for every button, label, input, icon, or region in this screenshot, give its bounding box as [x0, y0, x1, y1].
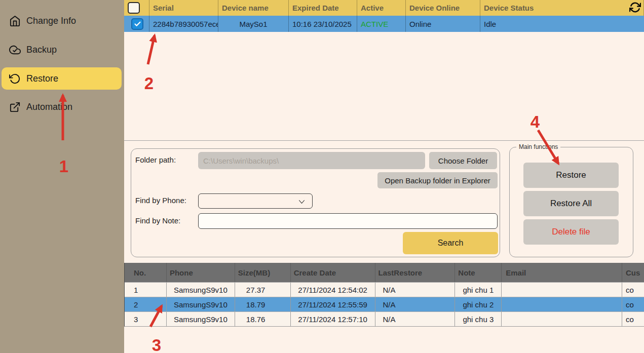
row-checkbox-cell — [124, 16, 149, 32]
backup-row-1[interactable]: 1 SamsungS9v10 27.37 27/11/2024 12:54:02… — [125, 282, 644, 297]
main-functions-label: Main functions — [516, 143, 560, 150]
backup-cus: co — [622, 283, 644, 297]
column-header-expired-date[interactable]: Expired Date — [289, 0, 357, 16]
backup-table-header: No. Phone Size(MB) Create Date LastResto… — [125, 263, 644, 282]
backup-phone: SamsungS9v10 — [167, 312, 235, 326]
backup-row-2-selected[interactable]: 2 SamsungS9v10 18.79 27/11/2024 12:55:59… — [125, 297, 644, 311]
backup-create-date: 27/11/2024 12:57:10 — [291, 312, 375, 326]
backup-size: 27.37 — [235, 283, 291, 297]
backup-note: ghi chu 3 — [455, 312, 502, 326]
backup-phone: SamsungS9v10 — [167, 297, 235, 311]
column-header-email[interactable]: Email — [502, 263, 622, 282]
backup-last-restore: N/A — [375, 297, 456, 311]
sidebar-item-restore[interactable]: Restore — [2, 67, 122, 90]
backup-cus: co — [622, 297, 644, 311]
device-expired-date: 10:16 23/10/2025 — [289, 16, 357, 32]
backup-email — [502, 312, 622, 326]
column-header-active[interactable]: Active — [357, 0, 406, 16]
column-header-note[interactable]: Note — [455, 263, 502, 282]
find-by-note-label: Find by Note: — [135, 216, 180, 225]
external-link-icon — [9, 101, 21, 113]
annotation-label-3: 3 — [152, 336, 161, 353]
column-header-create-date[interactable]: Create Date — [291, 263, 375, 282]
search-panel: Folder path: Choose Folder Open Backup f… — [131, 148, 500, 257]
device-table-header: Serial Device name Expired Date Active D… — [124, 0, 644, 16]
select-all-checkbox[interactable] — [128, 2, 140, 14]
sidebar-item-change-info[interactable]: Change Info — [2, 10, 122, 32]
backup-size: 18.79 — [235, 297, 291, 311]
search-button[interactable]: Search — [403, 232, 498, 254]
backup-size: 18.76 — [235, 312, 291, 326]
find-by-phone-label: Find by Phone: — [135, 196, 186, 205]
choose-folder-button[interactable]: Choose Folder — [429, 152, 497, 169]
backup-last-restore: N/A — [375, 312, 456, 326]
sidebar-item-backup[interactable]: Backup — [2, 38, 122, 61]
restore-history-icon — [9, 73, 21, 85]
refresh-icon[interactable] — [629, 2, 641, 14]
backup-email — [502, 283, 622, 297]
arrow-2 — [148, 35, 155, 64]
backup-phone: SamsungS9v10 — [167, 283, 235, 297]
backup-create-date: 27/11/2024 12:54:02 — [291, 283, 375, 297]
row-checkbox-checked[interactable] — [131, 18, 143, 30]
restore-all-button[interactable]: Restore All — [523, 191, 619, 216]
annotation-label-2: 2 — [144, 74, 154, 93]
device-status: Idle — [480, 16, 644, 32]
sidebar-item-label: Change Info — [26, 16, 76, 26]
sidebar-item-label: Backup — [26, 45, 57, 55]
select-all-cell — [124, 0, 149, 16]
folder-path-label: Folder path: — [135, 155, 176, 164]
sidebar-item-label: Automation — [26, 102, 72, 112]
backup-note: ghi chu 2 — [455, 297, 502, 311]
backup-no: 2 — [125, 297, 167, 311]
backup-no: 1 — [125, 283, 167, 297]
backup-cus: co — [622, 312, 644, 326]
device-active-status: ACTIVE — [357, 16, 406, 32]
backup-table: No. Phone Size(MB) Create Date LastResto… — [124, 263, 644, 327]
column-header-serial[interactable]: Serial — [149, 0, 218, 16]
cloud-check-icon — [9, 44, 21, 56]
sidebar-item-label: Restore — [26, 73, 58, 84]
column-header-phone[interactable]: Phone — [167, 263, 235, 282]
main-functions-group: Main functions Restore Restore All Delet… — [509, 147, 633, 257]
annotation-label-4: 4 — [531, 112, 540, 132]
backup-no: 3 — [125, 312, 167, 326]
column-header-size[interactable]: Size(MB) — [235, 263, 291, 282]
backup-create-date: 27/11/2024 12:55:59 — [291, 297, 375, 311]
home-icon — [9, 15, 21, 27]
sidebar-item-automation[interactable]: Automation — [2, 96, 122, 118]
chevron-down-icon — [297, 198, 306, 206]
find-by-note-input[interactable] — [198, 213, 498, 229]
backup-note: ghi chu 1 — [455, 283, 502, 297]
column-header-device-name[interactable]: Device name — [218, 0, 289, 16]
delete-file-button[interactable]: Delete file — [523, 219, 619, 245]
device-serial: 2284b78930057ece — [149, 16, 218, 32]
column-header-no[interactable]: No. — [125, 263, 167, 282]
device-name: MaySo1 — [218, 16, 289, 32]
column-header-last-restore[interactable]: LastRestore — [375, 263, 456, 282]
open-backup-folder-button[interactable]: Open Backup folder in Explorer — [377, 172, 498, 188]
column-header-device-status[interactable]: Device Status — [480, 0, 644, 16]
column-header-device-online[interactable]: Device Online — [406, 0, 480, 16]
column-header-cus[interactable]: Cus — [622, 263, 644, 282]
backup-email — [502, 297, 622, 311]
restore-button[interactable]: Restore — [523, 163, 619, 188]
backup-row-3[interactable]: 3 SamsungS9v10 18.76 27/11/2024 12:57:10… — [125, 311, 644, 326]
folder-path-input[interactable] — [198, 152, 425, 169]
separator-line — [124, 140, 644, 141]
device-table: Serial Device name Expired Date Active D… — [124, 0, 644, 32]
device-online-status: Online — [406, 16, 480, 32]
backup-last-restore: N/A — [375, 283, 456, 297]
find-by-phone-select[interactable] — [198, 193, 313, 209]
sidebar: Change Info Backup Restore Automation — [0, 0, 124, 353]
device-row-selected[interactable]: 2284b78930057ece MaySo1 10:16 23/10/2025… — [124, 16, 644, 32]
